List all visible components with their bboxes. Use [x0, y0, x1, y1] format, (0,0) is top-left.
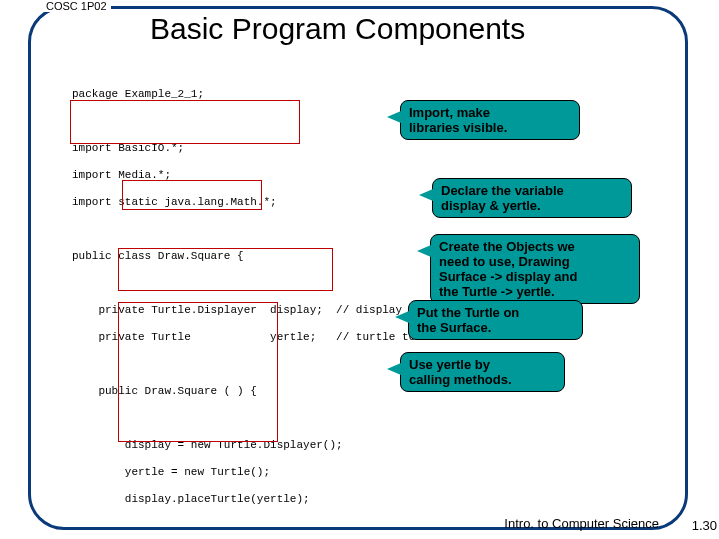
callout-put: Put the Turtle on the Surface.	[408, 300, 583, 340]
code-line: display.placeTurtle(yertle);	[72, 493, 527, 507]
slide-title: Basic Program Components	[150, 12, 525, 46]
course-code: COSC 1P02	[42, 0, 111, 12]
highlight-create	[118, 248, 333, 291]
callout-text: Create the Objects we need to use, Drawi…	[439, 239, 577, 299]
callout-declare: Declare the variable display & yertle.	[432, 178, 632, 218]
callout-text: Use yertle by calling methods.	[409, 357, 512, 387]
callout-text: Declare the variable display & yertle.	[441, 183, 564, 213]
callout-text: Put the Turtle on the Surface.	[417, 305, 519, 335]
callout-import: Import, make libraries visible.	[400, 100, 580, 140]
footer-text: Intro. to Computer Science	[504, 516, 659, 531]
code-line: yertle = new Turtle();	[72, 466, 527, 480]
highlight-calls	[118, 302, 278, 442]
highlight-imports	[70, 100, 300, 144]
callout-create: Create the Objects we need to use, Drawi…	[430, 234, 640, 304]
code-line: package Example_2_1;	[72, 88, 527, 102]
page-number: 1.30	[692, 518, 717, 533]
highlight-fields	[122, 180, 262, 210]
callout-text: Import, make libraries visible.	[409, 105, 507, 135]
callout-use: Use yertle by calling methods.	[400, 352, 565, 392]
